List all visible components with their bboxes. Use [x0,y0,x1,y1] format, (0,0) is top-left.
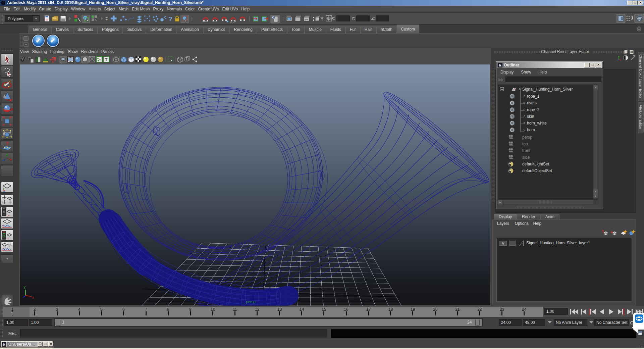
svg-text:T: T [105,57,108,62]
svg-text:y: y [24,285,25,289]
svg-text:persp: persp [246,300,256,304]
svg-text:?: ? [168,15,172,22]
svg-text:IPR: IPR [305,18,309,21]
svg-text:x: x [32,296,34,299]
